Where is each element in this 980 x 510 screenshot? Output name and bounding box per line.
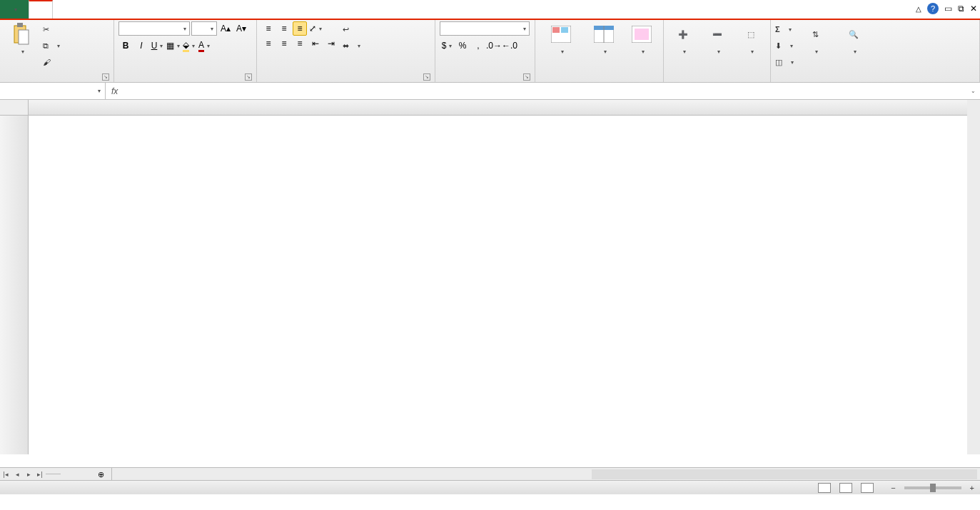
page-layout-view-button[interactable] [839, 483, 852, 493]
font-size-select[interactable]: ▾ [191, 21, 217, 36]
svg-rect-5 [561, 27, 568, 33]
last-sheet-button[interactable]: ▸| [34, 471, 46, 478]
expand-formula-bar-icon[interactable]: ⌄ [966, 88, 980, 94]
bold-button[interactable]: B [118, 39, 133, 53]
tab-insert[interactable] [53, 0, 76, 19]
vertical-scrollbar[interactable] [967, 100, 980, 454]
decrease-indent-icon[interactable]: ⇤ [308, 36, 323, 51]
svg-rect-1 [17, 23, 23, 27]
clipboard-launcher[interactable]: ↘ [102, 73, 109, 81]
increase-indent-icon[interactable]: ⇥ [324, 36, 338, 51]
format-as-table-button[interactable]: ▾ [587, 21, 621, 55]
wrap-icon: ↩ [343, 25, 349, 34]
page-break-view-button[interactable] [861, 483, 874, 493]
border-button[interactable]: ▦▾ [166, 39, 180, 53]
restore-window-icon[interactable]: ⧉ [958, 4, 964, 14]
formula-bar: ▾ fx ⌄ [0, 83, 980, 100]
fill-down-icon: ⬇ [775, 41, 782, 51]
decrease-decimal-icon[interactable]: ←.0 [502, 39, 517, 53]
first-sheet-button[interactable]: |◂ [0, 471, 11, 478]
comma-button[interactable]: , [471, 39, 485, 53]
clear-button[interactable]: ◫▾ [775, 54, 794, 70]
svg-rect-10 [635, 29, 649, 40]
tab-page-layout[interactable] [76, 0, 98, 19]
close-window-icon[interactable]: ✕ [970, 4, 977, 14]
svg-rect-4 [552, 27, 560, 33]
name-box[interactable]: ▾ [0, 83, 106, 99]
fx-icon[interactable]: fx [106, 86, 123, 96]
tab-home[interactable] [29, 0, 53, 19]
brush-icon: 🖌 [43, 58, 51, 66]
sort-filter-button[interactable]: ⇅▾ [798, 21, 832, 55]
conditional-formatting-button[interactable]: ▾ [540, 21, 583, 55]
ribbon: ▾ ✂ ⧉▾ 🖌 ↘ ▾ ▾ A▴ A▾ B I U▾ ▦▾ ⬙▾ [0, 20, 980, 83]
tab-data[interactable] [121, 0, 144, 19]
tab-review[interactable] [144, 0, 167, 19]
spreadsheet-grid[interactable] [0, 100, 980, 467]
svg-rect-2 [19, 30, 29, 44]
font-color-button[interactable]: A▾ [197, 39, 211, 53]
copy-button[interactable]: ⧉▾ [43, 38, 60, 53]
font-name-select[interactable]: ▾ [118, 21, 190, 36]
font-launcher[interactable]: ↘ [245, 73, 252, 81]
autosum-button[interactable]: Σ ▾ [775, 21, 794, 37]
number-format-select[interactable]: ▾ [440, 21, 530, 36]
align-center-icon[interactable]: ≡ [277, 36, 291, 51]
orientation-icon[interactable]: ⤢▾ [308, 21, 323, 36]
format-cells-button[interactable]: ⬚▾ [736, 21, 766, 55]
underline-button[interactable]: U▾ [150, 39, 164, 53]
help-icon[interactable]: ? [927, 3, 939, 14]
zoom-out-button[interactable]: − [891, 484, 895, 492]
horizontal-scrollbar[interactable] [592, 469, 977, 479]
minimize-ribbon-icon[interactable]: △ [916, 5, 921, 13]
merge-icon: ⬌ [343, 41, 349, 51]
ribbon-tabs: ▾ △ ? ▭ ⧉ ✕ [0, 0, 980, 20]
fill-button[interactable]: ⬇▾ [775, 38, 794, 53]
minimize-window-icon[interactable]: ▭ [944, 4, 952, 14]
align-middle-icon[interactable]: ≡ [277, 21, 291, 36]
tab-view[interactable] [167, 0, 190, 19]
align-top-icon[interactable]: ≡ [261, 21, 276, 36]
currency-button[interactable]: $▾ [440, 39, 454, 53]
select-all-corner[interactable] [0, 100, 29, 116]
normal-view-button[interactable] [818, 483, 831, 493]
cell-styles-button[interactable]: ▾ [625, 21, 659, 55]
percent-button[interactable]: % [455, 39, 470, 53]
zoom-in-button[interactable]: + [970, 484, 974, 492]
delete-cells-button[interactable]: ➖▾ [702, 21, 732, 55]
insert-cells-button[interactable]: ➕▾ [668, 21, 698, 55]
status-bar: − + [0, 480, 980, 494]
increase-decimal-icon[interactable]: .0→ [487, 39, 501, 53]
fill-color-button[interactable]: ⬙▾ [181, 39, 196, 53]
next-sheet-button[interactable]: ▸ [23, 471, 34, 478]
cut-button[interactable]: ✂ [43, 21, 60, 37]
decrease-font-icon[interactable]: A▾ [234, 21, 248, 36]
align-left-icon[interactable]: ≡ [261, 36, 276, 51]
tab-formulas[interactable] [98, 0, 121, 19]
align-bottom-icon[interactable]: ≡ [293, 21, 307, 36]
scissors-icon: ✂ [43, 25, 49, 34]
zoom-slider[interactable] [904, 486, 961, 489]
merge-center-button[interactable]: ⬌▾ [343, 38, 360, 53]
new-sheet-button[interactable]: ⊕ [91, 468, 112, 481]
eraser-icon: ◫ [775, 58, 782, 67]
copy-icon: ⧉ [43, 41, 49, 51]
align-right-icon[interactable]: ≡ [293, 36, 307, 51]
wrap-text-button[interactable]: ↩ [343, 21, 360, 37]
prev-sheet-button[interactable]: ◂ [11, 471, 23, 478]
increase-font-icon[interactable]: A▴ [218, 21, 233, 36]
sheet-tab-bar: |◂ ◂ ▸ ▸| ⊕ [0, 467, 980, 480]
italic-button[interactable]: I [134, 39, 148, 53]
paste-button[interactable]: ▾ [4, 21, 39, 55]
formula-input[interactable] [123, 83, 966, 99]
alignment-launcher[interactable]: ↘ [423, 73, 430, 81]
format-painter-button[interactable]: 🖌 [43, 54, 60, 70]
sheet-tab-1[interactable] [46, 474, 61, 474]
file-tab[interactable]: ▾ [0, 0, 29, 19]
number-launcher[interactable]: ↘ [523, 73, 530, 81]
find-select-button[interactable]: 🔍▾ [837, 21, 871, 55]
